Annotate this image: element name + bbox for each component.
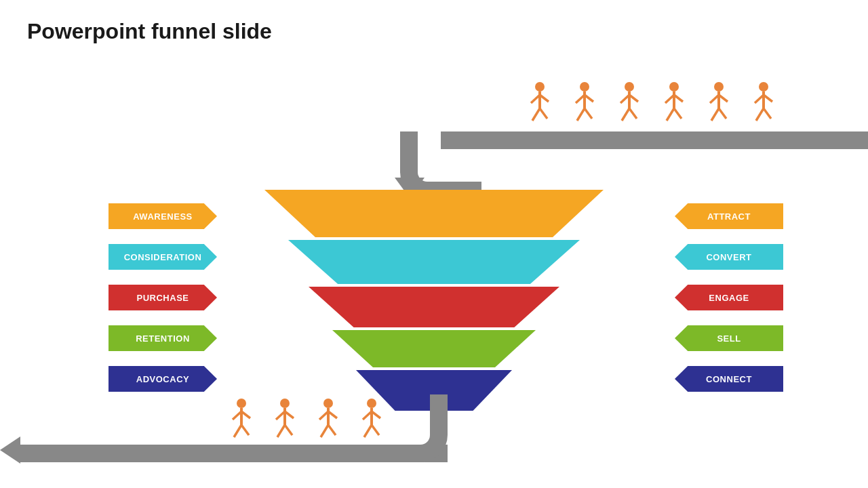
person-figure — [612, 81, 647, 131]
consideration-label: CONSIDERATION — [108, 244, 217, 270]
page-title: Powerpoint funnel slide — [27, 19, 272, 44]
svg-line-40 — [234, 425, 241, 437]
svg-line-47 — [285, 425, 292, 435]
funnel-layer-orange — [264, 190, 604, 237]
svg-line-59 — [372, 425, 379, 435]
svg-line-52 — [321, 425, 328, 437]
svg-line-4 — [532, 108, 540, 121]
funnel-layer-red — [309, 287, 559, 327]
svg-point-18 — [669, 82, 679, 92]
bottom-arrow-left — [0, 436, 20, 464]
svg-point-48 — [323, 399, 333, 408]
svg-line-35 — [764, 108, 771, 119]
svg-point-12 — [625, 82, 634, 92]
svg-line-22 — [667, 108, 674, 121]
right-label-engage: ENGAGE — [675, 285, 783, 310]
svg-point-30 — [759, 82, 768, 92]
sell-label: SELL — [675, 325, 783, 351]
person-figure-bottom — [267, 398, 302, 447]
purchase-label: PURCHASE — [108, 285, 217, 310]
people-bottom — [224, 398, 389, 447]
svg-point-42 — [280, 399, 290, 408]
person-figure-bottom — [311, 398, 346, 447]
person-figure — [656, 81, 692, 131]
svg-point-36 — [237, 399, 246, 408]
person-figure-bottom — [224, 398, 259, 447]
svg-line-58 — [364, 425, 372, 437]
person-figure-bottom — [354, 398, 389, 447]
left-label-purchase: PURCHASE — [108, 285, 217, 310]
funnel-layer-green — [332, 330, 536, 367]
svg-line-10 — [577, 108, 585, 121]
funnel — [264, 190, 604, 411]
left-label-awareness: AWARENESS — [108, 203, 217, 229]
svg-point-6 — [580, 82, 589, 92]
person-figure — [567, 81, 602, 131]
funnel-layer-blue — [288, 240, 580, 284]
right-label-convert: CONVERT — [675, 244, 783, 270]
svg-line-53 — [328, 425, 336, 435]
right-labels: ATTRACT CONVERT ENGAGE SELL CONNECT — [675, 203, 783, 392]
top-pipe — [400, 131, 868, 149]
left-label-consideration: CONSIDERATION — [108, 244, 217, 270]
attract-label: ATTRACT — [675, 203, 783, 229]
left-label-retention: RETENTION — [108, 325, 217, 351]
svg-line-34 — [756, 108, 764, 121]
convert-label: CONVERT — [675, 244, 783, 270]
engage-label: ENGAGE — [675, 285, 783, 310]
right-label-connect: CONNECT — [675, 366, 783, 392]
people-top — [522, 81, 781, 131]
svg-line-46 — [277, 425, 285, 437]
svg-line-28 — [711, 108, 719, 121]
svg-line-41 — [241, 425, 249, 435]
retention-label: RETENTION — [108, 325, 217, 351]
person-figure — [746, 81, 781, 131]
svg-line-11 — [585, 108, 592, 119]
svg-line-5 — [540, 108, 547, 119]
left-labels: AWARENESS CONSIDERATION PURCHASE RETENTI… — [108, 203, 217, 392]
connect-label: CONNECT — [675, 366, 783, 392]
awareness-label: AWARENESS — [108, 203, 217, 229]
svg-line-29 — [719, 108, 726, 119]
svg-point-0 — [535, 82, 545, 92]
person-figure — [701, 81, 736, 131]
svg-line-23 — [674, 108, 682, 119]
right-label-sell: SELL — [675, 325, 783, 351]
top-pipe-horizontal — [441, 131, 868, 149]
svg-point-54 — [367, 399, 376, 408]
person-figure — [522, 81, 557, 131]
svg-point-24 — [714, 82, 724, 92]
right-label-attract: ATTRACT — [675, 203, 783, 229]
svg-line-16 — [622, 108, 629, 121]
svg-line-17 — [629, 108, 637, 119]
